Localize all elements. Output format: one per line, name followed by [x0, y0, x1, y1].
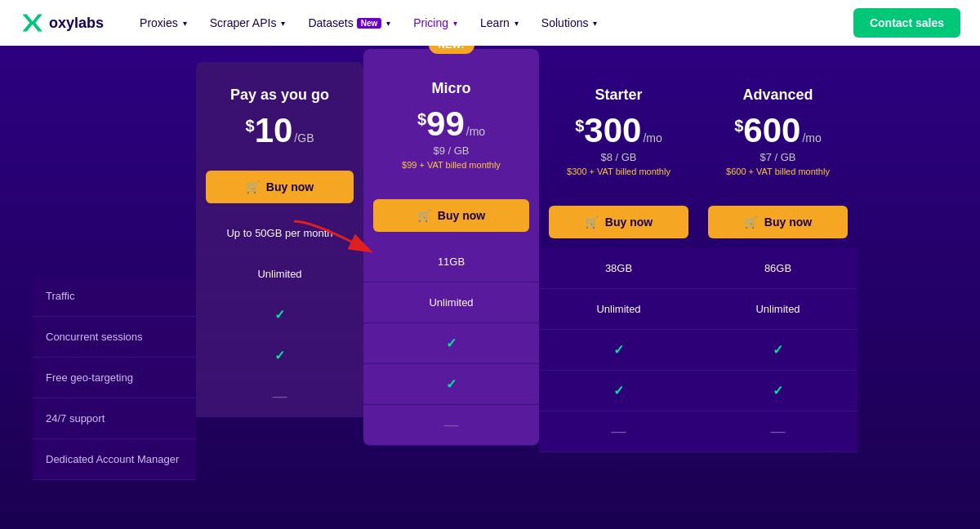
main-content: Traffic Concurrent sessions Free geo-tar… [0, 46, 980, 529]
dash-icon: — [444, 416, 459, 433]
micro-geo: ✓ [363, 323, 539, 364]
new-badge: New [357, 18, 382, 29]
paygo-header: Pay as you go $ 10 /GB [196, 62, 363, 161]
micro-gb: $9 / GB [376, 144, 526, 157]
micro-unit: /mo [466, 125, 485, 138]
advanced-support: ✓ [698, 371, 858, 411]
chevron-down-icon: ▾ [183, 19, 187, 28]
check-icon: ✓ [274, 307, 285, 322]
contact-sales-button[interactable]: Contact sales [853, 8, 960, 38]
nav-proxies[interactable]: Proxies ▾ [130, 11, 197, 34]
label-concurrent: Concurrent sessions [33, 317, 196, 358]
starter-gb: $8 / GB [552, 151, 685, 163]
check-icon: ✓ [274, 348, 285, 363]
micro-account-manager: — [363, 405, 539, 446]
chevron-down-icon: ▾ [386, 19, 390, 28]
nav-items: Proxies ▾ Scraper APIs ▾ Datasets New ▾ … [130, 11, 607, 34]
nav-scraper-apis[interactable]: Scraper APIs ▾ [200, 11, 296, 34]
advanced-account-manager: — [698, 411, 858, 452]
nav-datasets[interactable]: Datasets New ▾ [298, 11, 400, 34]
pricing-layout: Traffic Concurrent sessions Free geo-tar… [33, 62, 947, 480]
label-account-manager: Dedicated Account Manager [33, 439, 196, 480]
pricing-columns: Traffic Concurrent sessions Free geo-tar… [33, 62, 947, 480]
starter-vat: $300 + VAT billed monthly [552, 167, 685, 176]
label-support: 24/7 support [33, 398, 196, 439]
advanced-unit: /mo [802, 131, 821, 144]
paygo-buy-button[interactable]: 🛒 Buy now [206, 171, 354, 203]
advanced-price: $ 600 /mo [711, 113, 844, 148]
paygo-price: $ 10 /GB [209, 113, 350, 148]
micro-dollar: $ [417, 110, 426, 129]
starter-geo: ✓ [539, 330, 698, 371]
logo[interactable]: oxylabs [20, 11, 104, 34]
micro-concurrent: Unlimited [363, 282, 539, 323]
starter-unit: /mo [643, 131, 662, 144]
cart-icon: 🛒 [744, 216, 758, 229]
cart-icon: 🛒 [246, 180, 260, 193]
starter-number: 300 [584, 113, 641, 148]
micro-buy-label: Buy now [438, 209, 485, 222]
logo-text: oxylabs [49, 15, 104, 32]
advanced-buy-section: 🛒 Buy now [698, 196, 858, 248]
nav-pricing[interactable]: Pricing ▾ [403, 11, 467, 34]
paygo-unit: /GB [294, 131, 314, 144]
starter-dollar: $ [575, 117, 584, 136]
starter-concurrent: Unlimited [539, 289, 698, 330]
chevron-down-icon: ▾ [453, 19, 457, 28]
starter-buy-button[interactable]: 🛒 Buy now [549, 206, 688, 238]
advanced-buy-label: Buy now [764, 216, 812, 229]
micro-traffic: 11GB [363, 242, 539, 282]
paygo-buy-label: Buy now [266, 180, 314, 193]
plan-starter: Starter $ 300 /mo $8 / GB $300 + VAT bil… [539, 62, 698, 452]
nav-learn[interactable]: Learn ▾ [470, 11, 528, 34]
starter-traffic: 38GB [539, 248, 698, 289]
paygo-geo: ✓ [196, 295, 363, 336]
nav-solutions[interactable]: Solutions ▾ [532, 11, 608, 34]
starter-buy-section: 🛒 Buy now [539, 196, 698, 248]
plan-micro: NEW! Micro $ 99 /mo $9 / GB $99 + VAT bi… [363, 49, 539, 446]
paygo-name: Pay as you go [209, 87, 350, 104]
advanced-number: 600 [743, 113, 800, 148]
plan-advanced: Advanced $ 600 /mo $7 / GB $600 + VAT bi… [698, 62, 858, 452]
starter-header: Starter $ 300 /mo $8 / GB $300 + VAT bil… [539, 62, 698, 196]
dash-icon: — [771, 423, 786, 440]
dash-icon: — [273, 388, 287, 405]
advanced-geo: ✓ [698, 330, 858, 371]
micro-buy-section: 🛒 Buy now [363, 189, 539, 242]
micro-buy-button[interactable]: 🛒 Buy now [373, 199, 529, 232]
advanced-dollar: $ [734, 117, 743, 136]
feature-labels-column: Traffic Concurrent sessions Free geo-tar… [33, 62, 196, 480]
paygo-number: 10 [255, 113, 293, 148]
check-icon: ✓ [773, 383, 783, 398]
label-traffic: Traffic [33, 276, 196, 317]
paygo-dollar: $ [246, 117, 255, 136]
cart-icon: 🛒 [417, 209, 431, 222]
chevron-down-icon: ▾ [593, 19, 597, 28]
starter-buy-label: Buy now [605, 216, 653, 229]
micro-number: 99 [426, 107, 465, 141]
check-icon: ✓ [613, 383, 624, 398]
check-icon: ✓ [446, 336, 457, 351]
advanced-concurrent: Unlimited [698, 289, 858, 330]
chevron-down-icon: ▾ [281, 19, 285, 28]
advanced-header: Advanced $ 600 /mo $7 / GB $600 + VAT bi… [698, 62, 858, 196]
starter-account-manager: — [539, 411, 698, 452]
advanced-name: Advanced [711, 87, 844, 104]
advanced-vat: $600 + VAT billed monthly [711, 167, 844, 176]
micro-header: NEW! Micro $ 99 /mo $9 / GB $99 + VAT bi… [363, 49, 539, 189]
advanced-buy-button[interactable]: 🛒 Buy now [708, 206, 848, 238]
starter-price: $ 300 /mo [552, 113, 685, 148]
chevron-down-icon: ▾ [514, 19, 519, 28]
micro-support: ✓ [363, 364, 539, 405]
starter-name: Starter [552, 87, 685, 104]
starter-support: ✓ [539, 371, 698, 411]
cart-icon: 🛒 [585, 216, 599, 229]
paygo-support: ✓ [196, 336, 363, 376]
arrow-indicator [286, 213, 384, 265]
navbar: oxylabs Proxies ▾ Scraper APIs ▾ Dataset… [0, 0, 980, 46]
check-icon: ✓ [446, 376, 457, 392]
advanced-gb: $7 / GB [711, 151, 844, 163]
dash-icon: — [612, 423, 626, 440]
paygo-account-manager: — [196, 376, 363, 417]
advanced-traffic: 86GB [698, 248, 858, 289]
